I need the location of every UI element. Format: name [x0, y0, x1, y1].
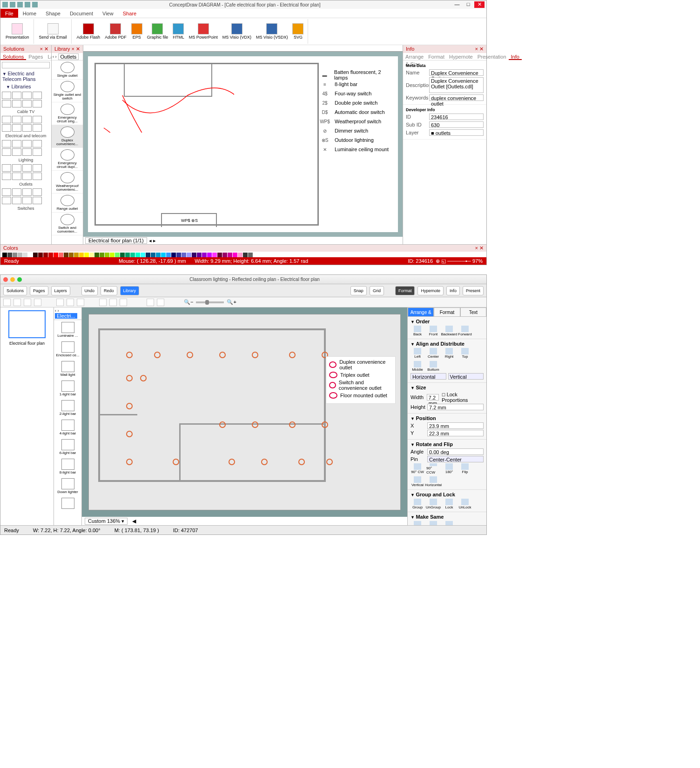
color-swatch[interactable]	[89, 253, 94, 257]
library-item[interactable]: Weatherproof convenienc...	[52, 171, 83, 194]
menu-document[interactable]: Document	[65, 9, 98, 18]
color-swatch[interactable]	[48, 253, 53, 257]
y-field[interactable]: 22.3 mm	[427, 430, 484, 436]
tab-format[interactable]: Format	[434, 307, 460, 317]
color-swatch[interactable]	[23, 253, 27, 257]
grid-button[interactable]: Grid	[370, 286, 384, 295]
library-item[interactable]: Single outlet and switch	[52, 80, 83, 102]
tool-smart[interactable]	[99, 299, 107, 306]
tab-solutions[interactable]: Solutions	[0, 53, 26, 60]
horizontal-dropdown[interactable]: Horizontal	[411, 373, 446, 380]
color-swatch[interactable]	[7, 253, 12, 257]
info-button[interactable]: Info	[446, 286, 460, 295]
mac-canvas[interactable]: Duplex convenience outletTriplex outletS…	[82, 307, 407, 525]
desc-field[interactable]: Duplex Convenience Outlet [Outlets.cdl]	[429, 77, 484, 93]
library-item[interactable]: Single outlet	[52, 60, 83, 80]
color-swatch[interactable]	[105, 253, 109, 257]
color-swatch[interactable]	[161, 253, 166, 257]
color-swatch[interactable]	[79, 253, 84, 257]
color-swatch[interactable]	[64, 253, 68, 257]
outlet-symbol[interactable]	[154, 352, 161, 358]
group-button[interactable]: Group	[411, 499, 424, 510]
forward-button[interactable]: Forward	[458, 326, 472, 337]
menu-file[interactable]: File	[0, 9, 18, 18]
unlock-button[interactable]: UnLock	[458, 499, 472, 510]
library-shape[interactable]	[12, 173, 21, 180]
outlet-symbol[interactable]	[229, 459, 235, 465]
panel-close-icon[interactable]: × ✕	[72, 46, 80, 52]
tool-pen[interactable]	[56, 299, 64, 306]
height-field[interactable]: 7.2 mm	[427, 404, 484, 410]
color-swatch[interactable]	[233, 253, 237, 257]
library-shape[interactable]	[2, 92, 11, 99]
solutions-button[interactable]: Solutions	[3, 286, 27, 295]
tab-nav[interactable]: ◂ ▸	[149, 238, 156, 244]
color-swatch[interactable]	[69, 253, 74, 257]
library-item[interactable]: 2-light bar	[54, 398, 81, 418]
id-field[interactable]: 234616	[429, 114, 484, 120]
color-swatch[interactable]	[197, 253, 202, 257]
pages-button[interactable]: Pages	[30, 286, 48, 295]
library-shape[interactable]	[12, 148, 21, 156]
color-swatch[interactable]	[120, 253, 125, 257]
menu-home[interactable]: Home	[18, 9, 41, 18]
export-graphic-button[interactable]: Graphic file	[145, 19, 171, 44]
color-swatch[interactable]	[100, 253, 104, 257]
outlet-symbol[interactable]	[322, 421, 328, 428]
outlet-symbol[interactable]	[126, 459, 133, 465]
library-item[interactable]: 4-light bar	[54, 418, 81, 437]
back-button[interactable]: Back	[411, 326, 424, 337]
outlet-symbol[interactable]	[289, 421, 296, 428]
backward-button[interactable]: Backward	[442, 326, 456, 337]
library-shape[interactable]	[22, 173, 32, 180]
export-svg-button[interactable]: SVG	[290, 19, 306, 44]
outlet-symbol[interactable]	[126, 352, 133, 358]
color-swatch[interactable]	[110, 253, 114, 257]
color-swatch[interactable]	[135, 253, 140, 257]
color-swatch[interactable]	[156, 253, 161, 257]
library-shape[interactable]	[2, 188, 11, 196]
library-dropdown[interactable]: Outlets	[58, 53, 79, 60]
library-shape[interactable]	[33, 197, 42, 204]
library-shape[interactable]	[22, 92, 32, 99]
tree-node[interactable]: Electric and Telecom Plans	[2, 71, 36, 82]
tool-fill[interactable]	[147, 299, 154, 306]
panel-close-icon[interactable]: × ✕	[40, 46, 48, 52]
vertical-dropdown[interactable]: Vertical	[448, 373, 484, 380]
color-swatch[interactable]	[166, 253, 171, 257]
library-item[interactable]: 8-light bar	[54, 457, 81, 476]
library-shape[interactable]	[33, 116, 42, 123]
export-flash-button[interactable]: Adobe Flash	[74, 19, 103, 44]
qat-icon[interactable]	[10, 2, 15, 7]
outlet-symbol[interactable]	[126, 375, 133, 381]
library-shape[interactable]	[22, 100, 32, 107]
bottom-button[interactable]: Bottom	[426, 361, 440, 372]
library-shape[interactable]	[2, 173, 11, 180]
page-thumbnail[interactable]	[8, 310, 46, 338]
width-field[interactable]: 7.2 mm	[427, 394, 439, 401]
snap-button[interactable]: Snap	[350, 286, 367, 295]
tab-arrange[interactable]: Arrange & Size	[403, 53, 426, 60]
library-item[interactable]: Emergency circuit dupl...	[52, 148, 83, 171]
library-shape[interactable]	[33, 124, 42, 132]
outlet-symbol[interactable]	[219, 421, 226, 428]
search-input[interactable]	[2, 62, 50, 68]
color-swatch[interactable]	[43, 253, 48, 257]
color-swatch[interactable]	[146, 253, 150, 257]
outlet-symbol[interactable]	[252, 421, 258, 428]
outlet-symbol[interactable]	[219, 352, 226, 358]
library-shape[interactable]	[33, 188, 42, 196]
qat-icon[interactable]	[25, 2, 30, 7]
library-shape[interactable]	[12, 197, 21, 204]
library-shape[interactable]	[33, 100, 42, 107]
color-swatch[interactable]	[130, 253, 135, 257]
name-field[interactable]: Duplex Convenience Outlet	[429, 69, 484, 76]
lock-button[interactable]: Lock	[442, 499, 456, 510]
color-swatch[interactable]	[125, 253, 130, 257]
library-item[interactable]: 6-light bar	[54, 437, 81, 457]
zoom-level[interactable]: 97%	[472, 258, 483, 264]
library-shape[interactable]	[22, 164, 32, 172]
outlet-symbol[interactable]	[326, 459, 333, 465]
zoom-dropdown[interactable]: Custom 136% ▾	[85, 518, 128, 525]
doc-tab[interactable]: Electrical floor plan (1/1)	[85, 237, 147, 244]
